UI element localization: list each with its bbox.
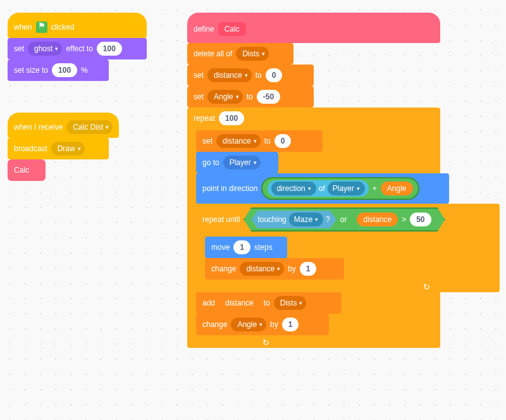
sensing-direction-of-player[interactable]: direction of Player <box>268 180 368 197</box>
label: of <box>319 184 325 193</box>
label: clicked <box>51 23 75 32</box>
input-repeat-count[interactable]: 100 <box>219 111 244 125</box>
var-distance-reporter[interactable]: distance <box>357 213 398 226</box>
dropdown-var-angle[interactable]: Angle <box>231 318 266 331</box>
input-zero[interactable]: 0 <box>275 134 292 148</box>
block-set-distance-0b[interactable]: set distance to 0 <box>196 130 323 152</box>
block-set-ghost-effect[interactable]: set ghost effect to 100 <box>8 38 147 59</box>
dropdown-direction[interactable]: direction <box>271 182 316 195</box>
block-change-distance-1[interactable]: change distance by 1 <box>205 258 344 280</box>
label: move <box>211 243 230 252</box>
hat-define-calc[interactable]: define Calc <box>187 13 440 43</box>
green-flag-icon <box>36 22 47 33</box>
label: when I receive <box>14 123 63 132</box>
label: set <box>194 71 204 80</box>
input-neg50[interactable]: -50 <box>257 90 280 104</box>
dropdown-touch-maze[interactable]: Maze <box>289 213 323 226</box>
dropdown-list-dists[interactable]: Dists <box>236 47 269 61</box>
operator-plus[interactable]: direction of Player + Angle <box>261 177 419 200</box>
dropdown-effect[interactable]: ghost <box>28 42 62 56</box>
label: go to <box>202 158 219 167</box>
dropdown-player[interactable]: Player <box>328 182 365 195</box>
block-change-angle-1[interactable]: change Angle by 1 <box>196 314 329 335</box>
label: + <box>373 184 377 193</box>
hat-when-receive[interactable]: when I receive Calc Dist <box>8 113 119 138</box>
label: set <box>202 137 213 145</box>
var-angle-reporter[interactable]: Angle <box>381 182 413 195</box>
dropdown-message[interactable]: Calc Dist <box>66 120 113 134</box>
label: or <box>340 215 347 224</box>
dropdown-var-distance[interactable]: distance <box>216 134 261 148</box>
label: % <box>81 66 88 75</box>
block-go-to-player[interactable]: go to Player <box>196 152 278 173</box>
var-distance-reporter[interactable]: distance <box>219 296 260 310</box>
label: repeat <box>194 114 215 123</box>
block-repeat-100[interactable]: repeat 100 set distance to 0 go to Playe… <box>187 108 440 348</box>
block-point-in-direction[interactable]: point in direction direction of Player +… <box>196 173 449 204</box>
dropdown-list-dists[interactable]: Dists <box>274 296 307 310</box>
label: > <box>402 215 406 224</box>
stack-whenflag[interactable]: when clicked set ghost effect to 100 set… <box>8 13 147 81</box>
label: set <box>14 44 24 53</box>
dropdown-var-distance[interactable]: distance <box>207 68 252 82</box>
label: change <box>202 320 227 329</box>
input-move-steps[interactable]: 1 <box>233 240 250 254</box>
block-move-1[interactable]: move 1 steps <box>205 237 287 258</box>
label: point in direction <box>202 184 257 193</box>
block-broadcast[interactable]: broadcast Draw <box>8 138 109 159</box>
dropdown-goto-player[interactable]: Player <box>223 156 261 170</box>
label: delete all of <box>194 49 232 58</box>
define-proc-name: Calc <box>218 22 246 36</box>
label: broadcast <box>14 144 47 153</box>
block-set-distance-0a[interactable]: set distance to 0 <box>187 65 314 86</box>
input-size-value[interactable]: 100 <box>52 63 77 77</box>
block-set-angle-neg50[interactable]: set Angle to -50 <box>187 86 314 108</box>
block-repeat-until[interactable]: repeat until touching Maze ? or distance… <box>196 204 500 292</box>
label: change <box>211 264 236 273</box>
input-zero[interactable]: 0 <box>266 68 283 82</box>
hat-when-flag-clicked[interactable]: when clicked <box>8 13 147 38</box>
label: set <box>194 92 204 101</box>
label: set size to <box>14 66 48 75</box>
block-call-calc[interactable]: Calc <box>8 159 46 181</box>
label: to <box>264 137 271 145</box>
label: by <box>288 264 296 273</box>
input-one[interactable]: 1 <box>282 318 299 331</box>
label: Calc <box>14 166 29 175</box>
stack-define-calc[interactable]: define Calc delete all of Dists set dist… <box>187 13 440 348</box>
sensing-touching-maze[interactable]: touching Maze ? <box>251 211 336 228</box>
input-one[interactable]: 1 <box>300 262 317 276</box>
operator-gt[interactable]: distance > 50 <box>350 211 437 228</box>
dropdown-broadcast[interactable]: Draw <box>51 142 85 156</box>
stack-receive[interactable]: when I receive Calc Dist broadcast Draw … <box>8 113 119 181</box>
label: add <box>202 299 215 307</box>
label: to <box>247 92 253 101</box>
label: steps <box>254 243 273 252</box>
label: touching <box>257 215 286 224</box>
block-set-size[interactable]: set size to 100 % <box>8 59 109 81</box>
dropdown-var-angle[interactable]: Angle <box>207 90 243 104</box>
label: ? <box>326 215 330 224</box>
input-fifty[interactable]: 50 <box>410 213 431 226</box>
dropdown-var-distance[interactable]: distance <box>240 262 284 276</box>
label: by <box>270 320 278 329</box>
block-add-distance-dists[interactable]: add distance to Dists <box>196 292 342 314</box>
label: effect to <box>66 44 92 53</box>
label: to <box>256 71 262 80</box>
label: to <box>264 299 270 307</box>
label: repeat until <box>202 215 240 224</box>
label: define <box>194 25 214 34</box>
input-effect-value[interactable]: 100 <box>97 42 122 56</box>
label: when <box>14 23 32 32</box>
loop-arrow-icon: ↻ <box>423 282 430 292</box>
operator-or[interactable]: touching Maze ? or distance > 50 <box>244 207 445 232</box>
block-delete-all-dists[interactable]: delete all of Dists <box>187 43 293 65</box>
loop-arrow-icon: ↻ <box>262 338 269 347</box>
